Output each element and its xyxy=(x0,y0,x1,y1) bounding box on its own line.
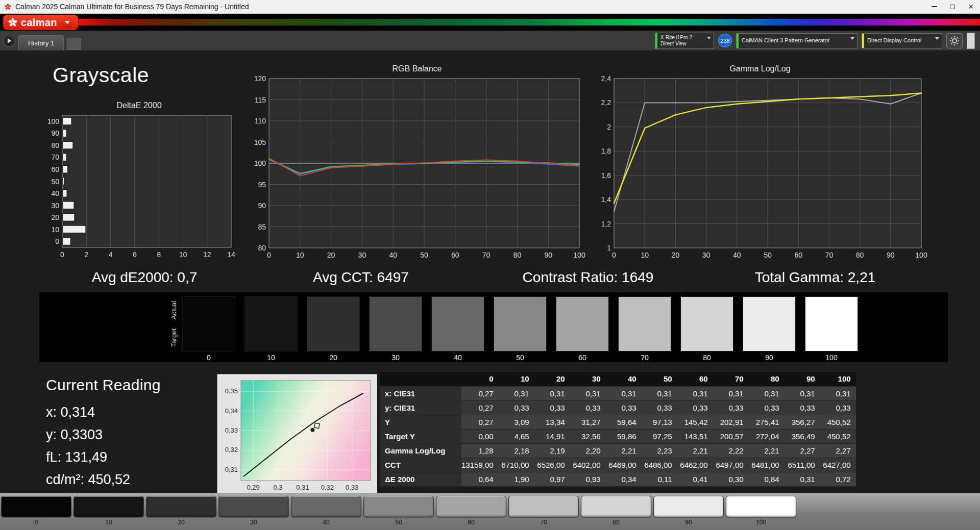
swatch-10: 10 xyxy=(244,296,298,362)
table-cell: 1,90 xyxy=(499,472,534,486)
swatch-color-80 xyxy=(680,296,733,351)
calman-flower-icon xyxy=(8,17,18,28)
svg-text:95: 95 xyxy=(258,181,266,189)
cie-plot: 0,290,30,310,320,330,310,320,330,340,35 xyxy=(218,375,376,494)
actual-label: Actual xyxy=(170,301,178,319)
level-button-70[interactable] xyxy=(508,496,579,517)
level-button-90[interactable] xyxy=(653,496,724,517)
maximize-button[interactable] xyxy=(943,0,962,13)
swatch-color-90 xyxy=(743,296,796,351)
tab-scroll-button[interactable] xyxy=(3,35,15,47)
level-label-40: 40 xyxy=(323,519,329,526)
table-cell: 275,41 xyxy=(749,415,785,429)
svg-text:80: 80 xyxy=(258,244,266,252)
svg-text:20: 20 xyxy=(51,213,59,221)
svg-text:30: 30 xyxy=(358,251,366,259)
table-cell: 0,31 xyxy=(570,386,606,400)
table-cell: 0,33 xyxy=(606,400,642,415)
table-cell: 0,33 xyxy=(570,400,606,415)
table-cell: 0,33 xyxy=(820,400,856,415)
minimize-button[interactable] xyxy=(925,0,943,13)
table-cell: 200,57 xyxy=(713,429,749,443)
swatch-color-100 xyxy=(805,296,858,351)
swatch-80: 80 xyxy=(680,296,733,362)
meter-count-badge: 238 xyxy=(718,34,732,47)
table-cell: 13159,00 xyxy=(461,458,499,472)
level-button-0[interactable] xyxy=(1,496,71,517)
chevron-down-icon xyxy=(850,37,854,48)
table-cell: 59,64 xyxy=(606,415,642,429)
logo-menu-caret[interactable] xyxy=(61,16,74,29)
table-column-header: 10 xyxy=(499,372,534,386)
table-cell: 356,27 xyxy=(785,415,820,429)
table-row-label: x: CIE31 xyxy=(380,386,461,400)
tab-history-1-label: History 1 xyxy=(28,39,54,47)
meter-dropdown[interactable]: X-Rite i1Pro 2 Direct View xyxy=(655,33,714,49)
calman-logo-menu[interactable]: calman xyxy=(3,15,78,30)
table-cell: 0,33 xyxy=(713,400,749,415)
level-button-10[interactable] xyxy=(74,496,144,517)
table-cell: 2,21 xyxy=(677,443,713,458)
meter-name: X-Rite i1Pro 2 xyxy=(660,35,692,41)
table-cell: 0,64 xyxy=(461,472,499,486)
table-cell: 6427,00 xyxy=(820,458,856,472)
table-cell: 0,33 xyxy=(749,400,785,415)
table-cell: 0,93 xyxy=(570,472,606,486)
current-reading-panel: Current Reading x: 0,314 y: 0,3303 fL: 1… xyxy=(46,376,161,491)
table-cell: 0,31 xyxy=(534,386,570,400)
level-button-100[interactable] xyxy=(726,496,796,517)
svg-text:1,6: 1,6 xyxy=(601,171,611,180)
svg-text:0,33: 0,33 xyxy=(346,484,358,491)
pattern-generator-dropdown[interactable]: CalMAN Client 3 Pattern Generator xyxy=(736,33,857,48)
table-cell: 6486,00 xyxy=(642,458,677,472)
svg-text:6: 6 xyxy=(133,250,137,259)
swatch-label-0: 0 xyxy=(207,354,211,362)
svg-text:0: 0 xyxy=(267,251,271,259)
close-button[interactable]: × xyxy=(962,0,980,13)
table-cell: 6511,00 xyxy=(785,458,820,472)
level-button-30[interactable] xyxy=(218,496,289,517)
meter-mode: Direct View xyxy=(660,41,692,47)
svg-text:60: 60 xyxy=(451,251,459,259)
level-label-0: 0 xyxy=(35,519,38,526)
swatch-color-40 xyxy=(431,296,484,351)
tab-history-1[interactable]: History 1 xyxy=(18,35,64,51)
svg-text:2: 2 xyxy=(84,250,88,259)
avg-de2000-stat: Avg dE2000: 0,7 xyxy=(92,269,198,286)
table-row-label: y: CIE31 xyxy=(380,400,461,415)
new-tab-stub[interactable] xyxy=(67,38,81,50)
svg-text:85: 85 xyxy=(258,223,266,231)
level-button-80[interactable] xyxy=(581,496,651,517)
svg-text:80: 80 xyxy=(856,251,864,259)
gamma-chart-plot: 010203040506070809010011,21,41,61,822,22… xyxy=(592,75,928,263)
table-cell: 0,33 xyxy=(677,400,713,415)
contrast-ratio-stat: Contrast Ratio: 1649 xyxy=(523,269,654,286)
display-control-dropdown[interactable]: Direct Display Control xyxy=(862,33,942,48)
title-bar: Calman 2025 Calman Ultimate for Business… xyxy=(0,0,980,14)
table-cell: 0,31 xyxy=(606,386,642,400)
level-button-50[interactable] xyxy=(363,496,434,517)
svg-text:70: 70 xyxy=(482,251,491,259)
level-button-40[interactable] xyxy=(291,496,361,517)
chevron-down-icon xyxy=(65,21,70,24)
table-row: y: CIE310,270,330,330,330,330,330,330,33… xyxy=(380,400,856,415)
table-cell: 2,27 xyxy=(785,443,820,458)
svg-text:40: 40 xyxy=(51,189,59,197)
table-cell: 6526,00 xyxy=(534,458,570,472)
table-cell: 2,20 xyxy=(570,443,606,458)
swatch-40: 40 xyxy=(431,296,484,362)
level-label-20: 20 xyxy=(178,519,184,526)
table-row: CCT13159,006710,006526,006402,006469,006… xyxy=(380,458,856,472)
level-label-100: 100 xyxy=(756,519,766,526)
panel-edge-button[interactable] xyxy=(967,33,975,49)
svg-text:100: 100 xyxy=(573,251,585,259)
level-button-60[interactable] xyxy=(436,496,506,517)
table-row: Y0,273,0913,3431,2759,6497,13145,42202,9… xyxy=(380,415,856,429)
table-cell: 0,27 xyxy=(461,386,499,400)
settings-button[interactable] xyxy=(946,33,963,48)
close-icon: × xyxy=(968,2,974,11)
deltae-chart-title: DeltaE 2000 xyxy=(41,100,237,112)
swatch-color-20 xyxy=(307,296,360,351)
table-cell: 97,13 xyxy=(642,415,677,429)
level-button-20[interactable] xyxy=(146,496,216,517)
